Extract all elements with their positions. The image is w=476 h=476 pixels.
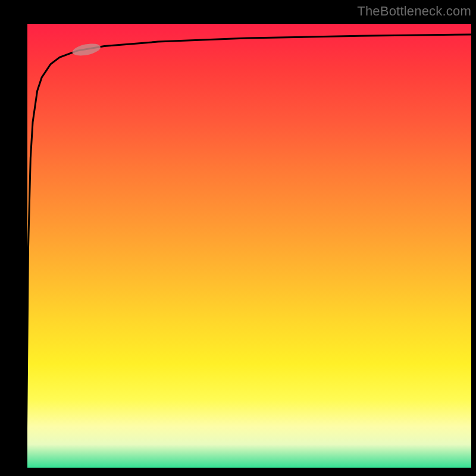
highlight-pill <box>71 42 102 58</box>
watermark-text: TheBottleneck.com <box>357 4 471 19</box>
bottleneck-curve <box>26 35 471 471</box>
chart-curve-layer <box>24 24 471 471</box>
